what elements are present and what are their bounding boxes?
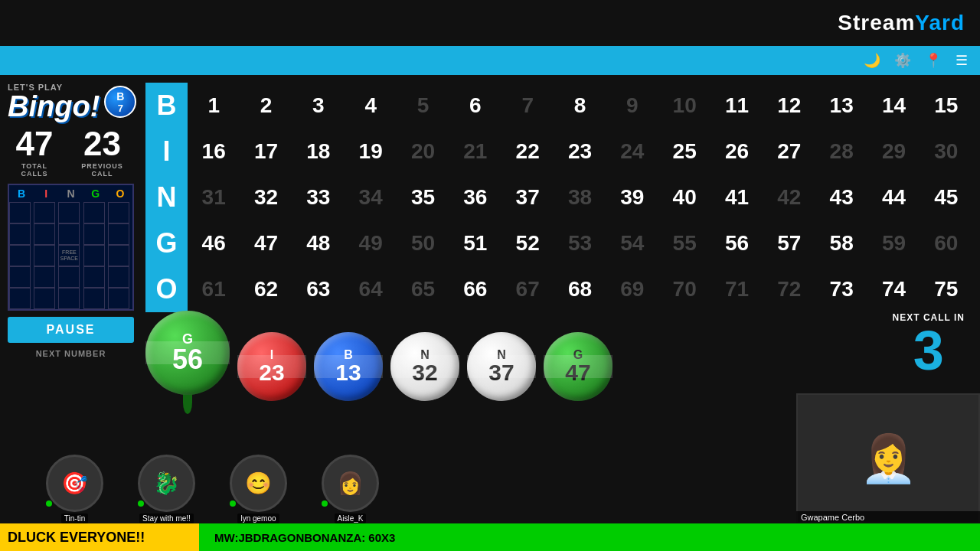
webcam-name: Stay with me!! <box>139 514 194 523</box>
mini-bingo-card: B I N G O F <box>8 184 134 311</box>
mini-cell <box>108 266 129 288</box>
mini-cell <box>34 266 55 288</box>
board-cell-7: 7 <box>501 83 554 129</box>
board-cell-65: 65 <box>397 266 449 312</box>
board-cell-58: 58 <box>815 220 867 266</box>
mini-cell <box>9 202 31 223</box>
board-cell-68: 68 <box>554 266 606 312</box>
ball-N37: N37 <box>467 332 536 401</box>
board-cell-57: 57 <box>763 220 815 266</box>
mini-cell <box>9 245 31 266</box>
board-letter-n: N <box>145 174 188 220</box>
webcam-item: 😊lyn gemoo <box>230 455 287 523</box>
board-cell-22: 22 <box>501 129 554 174</box>
board-cell-29: 29 <box>867 129 920 174</box>
board-cell-4: 4 <box>345 83 397 129</box>
ball-badge-number: 7 <box>118 103 123 114</box>
mini-cell <box>34 288 55 309</box>
mini-header-g: G <box>83 185 108 202</box>
board-cell-71: 71 <box>710 266 763 312</box>
mini-cell <box>83 223 105 245</box>
mini-cell <box>83 202 105 223</box>
board-cell-45: 45 <box>920 174 972 220</box>
online-indicator <box>322 500 328 507</box>
board-cell-18: 18 <box>292 129 345 174</box>
board-cell-24: 24 <box>606 129 658 174</box>
ball-G47: G47 <box>544 332 612 401</box>
board-letter-b: B <box>145 83 188 129</box>
board-cell-62: 62 <box>240 266 292 312</box>
board-cell-72: 72 <box>763 266 815 312</box>
mini-cell <box>58 288 80 309</box>
mini-cell <box>9 266 31 288</box>
board-cell-42: 42 <box>763 174 815 220</box>
streamyard-logo: StreamYard <box>838 11 965 35</box>
board-cell-66: 66 <box>449 266 501 312</box>
board-cell-75: 75 <box>920 266 972 312</box>
board-cell-38: 38 <box>554 174 606 220</box>
location-icon[interactable]: 📍 <box>925 52 942 69</box>
mini-cell <box>58 266 80 288</box>
mini-header-o: O <box>108 185 132 202</box>
board-cell-31: 31 <box>188 174 240 220</box>
ball-G56: G56 <box>145 311 230 395</box>
pause-button[interactable]: PAUSE <box>8 317 134 343</box>
ticker-right-text: MW:JBDRAGONBONANZA: 60X3 <box>214 531 395 544</box>
board-cell-48: 48 <box>292 220 345 266</box>
board-cell-36: 36 <box>449 174 501 220</box>
mini-cell-free: FREE SPACE <box>58 245 80 266</box>
mini-cell <box>83 245 105 266</box>
board-cell-55: 55 <box>658 220 710 266</box>
board-cell-46: 46 <box>188 220 240 266</box>
board-cell-20: 20 <box>397 129 449 174</box>
webcam-avatar: 👩 <box>322 455 379 512</box>
bingo-title: Bingo! <box>8 90 100 122</box>
webcam-avatar: 😊 <box>230 455 287 512</box>
board-cell-17: 17 <box>240 129 292 174</box>
mini-card-grid: FREE SPACE <box>9 202 132 309</box>
mini-cell <box>34 202 55 223</box>
mini-cell <box>58 202 80 223</box>
webcam-item: 🎯Tin-tin <box>46 455 103 523</box>
board-letter-g: G <box>145 220 188 266</box>
board-cell-21: 21 <box>449 129 501 174</box>
board-cell-8: 8 <box>554 83 606 129</box>
mini-cell <box>34 223 55 245</box>
webcam-name: Aisle_K <box>335 514 367 523</box>
board-cell-70: 70 <box>658 266 710 312</box>
board-cell-2: 2 <box>240 83 292 129</box>
mini-cell <box>9 223 31 245</box>
control-bar: 🌙 ⚙️ 📍 ☰ <box>0 46 980 75</box>
mini-cell <box>83 266 105 288</box>
board-cell-60: 60 <box>920 220 972 266</box>
board-cell-23: 23 <box>554 129 606 174</box>
mini-header-n: N <box>58 185 83 202</box>
moon-icon[interactable]: 🌙 <box>864 52 880 69</box>
top-bar: StreamYard <box>0 0 980 46</box>
online-indicator <box>230 500 236 507</box>
mini-cell <box>9 288 31 309</box>
mini-card-header: B I N G O <box>9 185 132 202</box>
menu-icon[interactable]: ☰ <box>956 52 968 69</box>
previous-call-block: 23 PREVIOUS CALL <box>70 127 134 178</box>
board-cell-14: 14 <box>867 83 920 129</box>
board-cell-44: 44 <box>867 174 920 220</box>
board-cell-33: 33 <box>292 174 345 220</box>
webcam-item: 👩Aisle_K <box>322 455 379 523</box>
board-cell-47: 47 <box>240 220 292 266</box>
mini-cell <box>34 245 55 266</box>
online-indicator <box>138 500 144 507</box>
next-call-panel: NEXT CALL IN 3 <box>893 312 965 378</box>
board-cell-37: 37 <box>501 174 554 220</box>
bingo-board: B123456789101112131415I16171819202122232… <box>145 83 972 312</box>
board-cell-6: 6 <box>449 83 501 129</box>
stats-row: 47 TOTAL CALLS 23 PREVIOUS CALL <box>8 127 134 178</box>
webcam-avatar: 🎯 <box>46 455 103 512</box>
gear-icon[interactable]: ⚙️ <box>894 52 911 69</box>
webcams-row: 🎯Tin-tin🐉Stay with me!!😊lyn gemoo👩Aisle_… <box>0 443 980 523</box>
board-cell-69: 69 <box>606 266 658 312</box>
board-cell-52: 52 <box>501 220 554 266</box>
board-cell-35: 35 <box>397 174 449 220</box>
previous-call-number: 23 <box>70 127 134 161</box>
board-cell-16: 16 <box>188 129 240 174</box>
